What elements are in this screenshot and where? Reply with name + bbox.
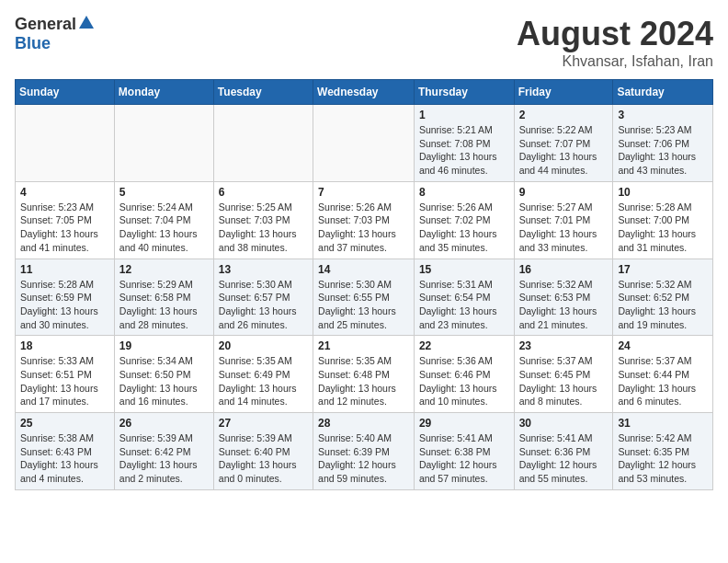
logo-general: General [15, 15, 76, 34]
sunrise-info: Sunrise: 5:26 AM [419, 201, 493, 213]
sunrise-info: Sunrise: 5:29 AM [119, 279, 193, 290]
day-number: 31 [618, 417, 708, 430]
sunrise-info: Sunrise: 5:26 AM [318, 201, 392, 213]
sunset-info: Sunset: 6:51 PM [20, 369, 92, 380]
day-number: 16 [519, 263, 609, 276]
sunrise-info: Sunrise: 5:39 AM [119, 432, 193, 443]
day-number: 10 [618, 186, 708, 199]
sunrise-info: Sunrise: 5:30 AM [318, 279, 392, 290]
day-number: 29 [419, 417, 509, 430]
sunset-info: Sunset: 7:05 PM [20, 214, 92, 225]
daylight-info: Daylight: 13 hours and 38 minutes. [219, 228, 297, 253]
sunset-info: Sunset: 7:01 PM [519, 214, 591, 225]
sunset-info: Sunset: 6:50 PM [119, 369, 191, 380]
title-section: August 2024 Khvansar, Isfahan, Iran [517, 15, 713, 70]
sunrise-info: Sunrise: 5:36 AM [419, 355, 493, 366]
day-number: 7 [318, 186, 409, 199]
day-number: 17 [618, 263, 708, 276]
sunset-info: Sunset: 6:40 PM [219, 446, 290, 457]
day-number: 14 [318, 263, 409, 276]
daylight-info: Daylight: 13 hours and 4 minutes. [20, 459, 98, 484]
daylight-info: Daylight: 12 hours and 59 minutes. [318, 459, 396, 484]
table-row: 14 Sunrise: 5:30 AM Sunset: 6:55 PM Dayl… [313, 259, 415, 336]
daylight-info: Daylight: 13 hours and 14 minutes. [219, 383, 297, 408]
table-row: 6 Sunrise: 5:25 AM Sunset: 7:03 PM Dayli… [213, 181, 313, 259]
sunrise-info: Sunrise: 5:28 AM [618, 201, 691, 213]
table-row: 28 Sunrise: 5:40 AM Sunset: 6:39 PM Dayl… [313, 413, 415, 490]
day-number: 13 [219, 263, 308, 276]
svg-marker-0 [79, 16, 94, 29]
sunset-info: Sunset: 6:54 PM [419, 292, 491, 303]
sunset-info: Sunset: 7:02 PM [419, 214, 491, 225]
table-row [313, 105, 415, 182]
table-row: 12 Sunrise: 5:29 AM Sunset: 6:58 PM Dayl… [114, 259, 213, 336]
table-row: 15 Sunrise: 5:31 AM Sunset: 6:54 PM Dayl… [414, 259, 514, 336]
sunset-info: Sunset: 6:44 PM [618, 369, 689, 380]
sunset-info: Sunset: 6:45 PM [519, 369, 591, 380]
day-number: 8 [419, 186, 509, 199]
daylight-info: Daylight: 13 hours and 43 minutes. [618, 151, 696, 176]
day-number: 15 [419, 263, 509, 276]
sunset-info: Sunset: 6:36 PM [519, 446, 591, 457]
sunrise-info: Sunrise: 5:30 AM [219, 279, 292, 290]
sunrise-info: Sunrise: 5:33 AM [20, 355, 94, 366]
table-row: 7 Sunrise: 5:26 AM Sunset: 7:03 PM Dayli… [313, 181, 415, 259]
calendar-table: Sunday Monday Tuesday Wednesday Thursday… [15, 79, 713, 490]
sunset-info: Sunset: 7:06 PM [618, 138, 689, 149]
calendar-header-row: Sunday Monday Tuesday Wednesday Thursday… [16, 80, 713, 105]
day-number: 30 [519, 417, 609, 430]
sunrise-info: Sunrise: 5:28 AM [20, 279, 94, 290]
logo-blue: Blue [15, 34, 51, 53]
table-row: 25 Sunrise: 5:38 AM Sunset: 6:43 PM Dayl… [16, 413, 115, 490]
day-number: 9 [519, 186, 609, 199]
sunrise-info: Sunrise: 5:34 AM [119, 355, 193, 366]
day-number: 22 [419, 339, 509, 352]
col-wednesday: Wednesday [313, 80, 415, 105]
day-number: 18 [20, 339, 109, 352]
table-row: 20 Sunrise: 5:35 AM Sunset: 6:49 PM Dayl… [213, 336, 313, 413]
table-row: 29 Sunrise: 5:41 AM Sunset: 6:38 PM Dayl… [414, 413, 514, 490]
table-row [16, 105, 115, 182]
sunrise-info: Sunrise: 5:24 AM [119, 201, 193, 213]
sunset-info: Sunset: 7:03 PM [219, 214, 290, 225]
col-monday: Monday [114, 80, 213, 105]
day-number: 26 [119, 417, 209, 430]
sunset-info: Sunset: 6:59 PM [20, 292, 92, 303]
sunrise-info: Sunrise: 5:22 AM [519, 124, 593, 135]
sunrise-info: Sunrise: 5:42 AM [618, 432, 691, 443]
daylight-info: Daylight: 13 hours and 30 minutes. [20, 305, 98, 330]
table-row: 9 Sunrise: 5:27 AM Sunset: 7:01 PM Dayli… [514, 181, 613, 259]
table-row: 18 Sunrise: 5:33 AM Sunset: 6:51 PM Dayl… [16, 336, 115, 413]
daylight-info: Daylight: 13 hours and 16 minutes. [119, 383, 198, 408]
sunrise-info: Sunrise: 5:35 AM [219, 355, 292, 366]
location-subtitle: Khvansar, Isfahan, Iran [517, 53, 713, 70]
month-year-title: August 2024 [517, 15, 713, 53]
daylight-info: Daylight: 13 hours and 35 minutes. [419, 228, 497, 253]
logo-triangle-icon [79, 16, 94, 32]
sunset-info: Sunset: 6:57 PM [219, 292, 290, 303]
sunrise-info: Sunrise: 5:27 AM [519, 201, 593, 213]
day-number: 5 [119, 186, 209, 199]
table-row: 11 Sunrise: 5:28 AM Sunset: 6:59 PM Dayl… [16, 259, 115, 336]
daylight-info: Daylight: 13 hours and 44 minutes. [519, 151, 597, 176]
col-tuesday: Tuesday [213, 80, 313, 105]
table-row: 27 Sunrise: 5:39 AM Sunset: 6:40 PM Dayl… [213, 413, 313, 490]
sunrise-info: Sunrise: 5:38 AM [20, 432, 94, 443]
table-row: 31 Sunrise: 5:42 AM Sunset: 6:35 PM Dayl… [613, 413, 713, 490]
sunset-info: Sunset: 6:55 PM [318, 292, 390, 303]
table-row: 22 Sunrise: 5:36 AM Sunset: 6:46 PM Dayl… [414, 336, 514, 413]
day-number: 27 [219, 417, 308, 430]
day-number: 23 [519, 339, 609, 352]
sunset-info: Sunset: 7:00 PM [618, 214, 689, 225]
table-row: 26 Sunrise: 5:39 AM Sunset: 6:42 PM Dayl… [114, 413, 213, 490]
daylight-info: Daylight: 13 hours and 46 minutes. [419, 151, 497, 176]
sunrise-info: Sunrise: 5:32 AM [519, 279, 593, 290]
sunset-info: Sunset: 6:58 PM [119, 292, 191, 303]
sunrise-info: Sunrise: 5:23 AM [618, 124, 691, 135]
daylight-info: Daylight: 13 hours and 37 minutes. [318, 228, 396, 253]
sunrise-info: Sunrise: 5:40 AM [318, 432, 392, 443]
sunrise-info: Sunrise: 5:37 AM [618, 355, 691, 366]
table-row: 23 Sunrise: 5:37 AM Sunset: 6:45 PM Dayl… [514, 336, 613, 413]
daylight-info: Daylight: 13 hours and 0 minutes. [219, 459, 297, 484]
daylight-info: Daylight: 13 hours and 12 minutes. [318, 383, 396, 408]
